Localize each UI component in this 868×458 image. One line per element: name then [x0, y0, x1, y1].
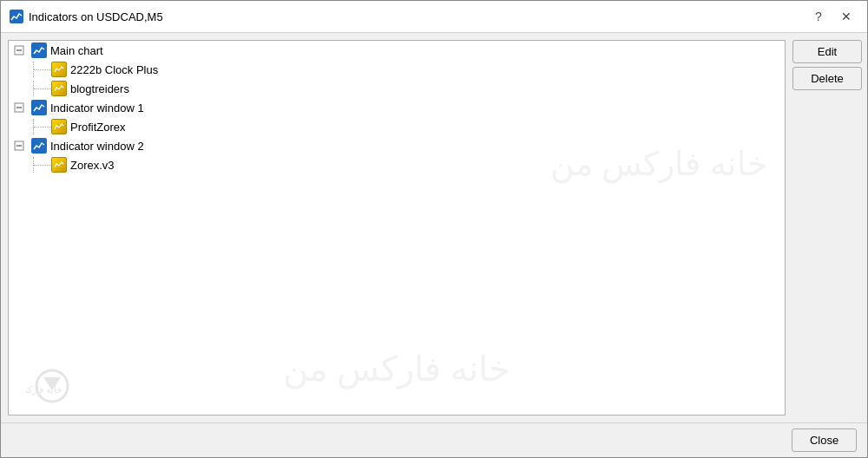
dialog-title: Indicators on USDCAD,M5: [29, 10, 806, 23]
tree-panel: خانه فارکس من خانه فارکس من Main cha: [8, 40, 786, 415]
window-close-button[interactable]: ✕: [834, 6, 858, 27]
expand-indicator-1[interactable]: [12, 101, 26, 114]
tree-blogtreiders[interactable]: blogtreiders: [9, 79, 785, 98]
edit-button[interactable]: Edit: [792, 40, 862, 63]
indicator-window-2-label: Indicator window 2: [50, 140, 144, 153]
svg-rect-0: [10, 10, 23, 23]
blogtreiders-label: blogtreiders: [70, 82, 129, 95]
horiz-dot: [34, 69, 51, 70]
svg-text:خانه فارکس من: خانه فارکس من: [26, 384, 62, 396]
bottom-bar: Close: [1, 422, 867, 457]
profitzorex-label: ProfitZorex: [70, 121, 126, 134]
expand-indicator-2[interactable]: [12, 139, 26, 153]
connector-2: [33, 81, 51, 96]
zorex-icon: [51, 157, 67, 173]
zorex-label: Zorex.v3: [70, 159, 115, 172]
dialog-icon: [10, 10, 23, 23]
svg-point-8: [36, 370, 68, 402]
tree-indicator-window-1[interactable]: Indicator window 1: [9, 98, 785, 117]
tree-indicator-window-2[interactable]: Indicator window 2: [9, 136, 785, 155]
connector-1: [33, 62, 51, 77]
profitzorex-icon: [51, 119, 67, 134]
indicator-window-1-label: Indicator window 1: [50, 101, 144, 114]
help-button[interactable]: ?: [806, 6, 831, 27]
connector-3: [33, 119, 51, 134]
connector-4: [33, 157, 51, 173]
clock-plus-label: 2222b Clock Plus: [70, 63, 158, 76]
indicator-window-1-icon: [31, 100, 47, 115]
horiz-dot2: [34, 88, 51, 89]
main-chart-label: Main chart: [50, 44, 103, 57]
side-panel: Edit Delete: [789, 33, 867, 422]
indicator-window-2-icon: [31, 138, 47, 154]
title-bar: Indicators on USDCAD,M5 ? ✕: [1, 1, 867, 33]
horiz-dot4: [34, 165, 51, 166]
clock-plus-icon: [51, 62, 67, 77]
expand-main-chart[interactable]: [12, 43, 26, 57]
main-chart-icon: [31, 43, 47, 58]
tree-main-chart[interactable]: Main chart: [9, 41, 785, 60]
svg-marker-9: [43, 377, 61, 390]
watermark-bottom: خانه فارکس من: [283, 349, 510, 389]
title-controls: ? ✕: [806, 6, 858, 27]
tree-profitzorex[interactable]: ProfitZorex: [9, 117, 785, 136]
blogtreiders-icon: [51, 81, 67, 96]
indicators-dialog: Indicators on USDCAD,M5 ? ✕ خانه فارکس م…: [0, 0, 868, 458]
tree-clock-plus[interactable]: 2222b Clock Plus: [9, 60, 785, 79]
delete-button[interactable]: Delete: [792, 67, 862, 90]
close-dialog-button[interactable]: Close: [792, 429, 857, 452]
dialog-body: خانه فارکس من خانه فارکس من Main cha: [1, 33, 867, 422]
tree-zorex[interactable]: Zorex.v3: [9, 155, 785, 174]
horiz-dot3: [34, 127, 51, 128]
logo-watermark: خانه فارکس من: [26, 360, 95, 406]
